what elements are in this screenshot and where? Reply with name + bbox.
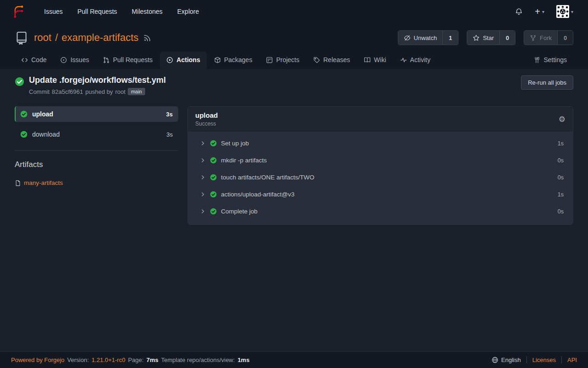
repo-tabs: Code Issues Pull Requests Actions Packag… [15,52,573,69]
language-selector[interactable]: English [492,356,526,363]
sidebar-divider [15,150,178,151]
jobs-sidebar: upload 3s download 3s Artifacts many-art… [15,106,178,225]
job-options-gear-icon[interactable]: ⚙ [559,115,565,124]
tab-projects[interactable]: Projects [260,52,306,69]
watch-button-group: Unwatch 1 [398,30,459,45]
rss-icon[interactable] [143,34,151,42]
api-link[interactable]: API [561,356,577,363]
user-menu-dropdown[interactable]: ▾ [553,2,577,21]
job-detail-status: Success [195,121,218,127]
job-detail-title: upload [195,111,218,119]
job-name: download [32,131,60,138]
job-name: upload [32,110,53,118]
step-success-check-icon [210,191,217,198]
repo-name-link[interactable]: example-artifacts [62,32,139,44]
repo-breadcrumb: root / example-artifacts [34,32,139,44]
job-detail-header: upload Success ⚙ [188,107,573,132]
step-success-check-icon [210,157,217,164]
create-new-dropdown[interactable]: + ▾ [531,5,548,18]
stars-count[interactable]: 0 [499,31,515,45]
repository-icon [15,31,28,45]
star-button[interactable]: Star [467,31,499,45]
page-footer: Powered by Forgejo Version: 1.21.0+1-rc0… [0,351,588,368]
nav-link-issues[interactable]: Issues [38,4,69,19]
commit-author[interactable]: root [115,88,125,95]
job-duration: 3s [166,131,173,138]
step-duration: 1s [558,191,564,198]
fork-button-group: Fork 0 [524,30,573,45]
page-time-value: 7ms [147,356,158,363]
version-link[interactable]: 1.21.0+1-rc0 [91,356,125,363]
eye-slash-icon [404,34,411,41]
step-name: actions/upload-artifact@v3 [221,191,294,198]
artifact-download-link[interactable]: many-artifacts [24,179,63,186]
nav-link-pull-requests[interactable]: Pull Requests [71,4,123,19]
book-open-icon [364,57,371,63]
star-icon [473,34,480,41]
issue-icon [60,57,67,63]
step-duration: 0s [558,174,564,181]
tab-releases[interactable]: Releases [307,52,356,69]
globe-icon [492,356,498,363]
licenses-link[interactable]: Licenses [526,356,561,363]
step-row[interactable]: touch artifacts/ONE artifacts/TWO 0s [188,169,573,186]
user-avatar [556,5,569,18]
tab-actions[interactable]: Actions [160,52,206,69]
tab-activity[interactable]: Activity [394,52,437,69]
nav-link-explore[interactable]: Explore [171,4,205,19]
step-success-check-icon [210,174,217,181]
fork-icon [530,34,537,41]
job-success-check-icon [20,131,28,138]
pulse-icon [400,57,407,63]
job-item-upload[interactable]: upload 3s [15,106,178,122]
star-button-group: Star 0 [467,30,515,45]
fork-button[interactable]: Fork [524,31,557,45]
job-item-download[interactable]: download 3s [15,126,178,142]
top-navbar: Issues Pull Requests Milestones Explore … [0,0,588,23]
tab-packages[interactable]: Packages [208,52,259,69]
chevron-right-icon [200,191,206,197]
tab-code[interactable]: Code [15,52,53,69]
run-title: Update .forgejo/workflows/test.yml [29,75,166,85]
artifacts-heading: Artifacts [15,160,178,169]
notifications-bell-icon[interactable] [511,5,526,18]
tab-pull-requests[interactable]: Pull Requests [96,52,159,69]
step-name: Set up job [221,140,249,147]
chevron-right-icon [200,157,206,163]
watchers-count[interactable]: 1 [442,31,458,45]
nav-link-milestones[interactable]: Milestones [125,4,169,19]
step-duration: 0s [558,157,564,164]
unwatch-button[interactable]: Unwatch [398,31,443,45]
actions-play-icon [166,57,173,63]
tab-issues[interactable]: Issues [54,52,95,69]
step-row[interactable]: actions/upload-artifact@v3 1s [188,186,573,203]
repo-header: root / example-artifacts Unwatch 1 [0,23,588,69]
actions-run-view: Update .forgejo/workflows/test.yml Commi… [0,69,588,351]
step-duration: 1s [558,140,564,147]
tab-wiki[interactable]: Wiki [357,52,392,69]
chevron-down-icon: ▾ [542,9,544,14]
step-row[interactable]: Complete job 0s [188,203,573,220]
step-name: Complete job [221,208,258,215]
chevron-right-icon [200,174,206,180]
step-row[interactable]: mkdir -p artifacts 0s [188,152,573,169]
step-name: mkdir -p artifacts [221,157,267,164]
repo-owner-link[interactable]: root [34,32,51,44]
commit-hash[interactable]: 82a5cf6961 [52,88,83,95]
artifact-item: many-artifacts [15,179,178,186]
navbar-right: + ▾ [511,2,577,21]
tab-settings[interactable]: Settings [527,52,573,69]
branch-badge[interactable]: main [128,88,145,95]
job-detail-panel: upload Success ⚙ Set up job 1s mkdir -p … [187,106,573,225]
chevron-down-icon: ▾ [571,9,573,14]
run-commit-line: Commit 82a5cf6961 pushed by root main [29,88,166,95]
forks-count[interactable]: 0 [557,31,573,45]
rerun-all-jobs-button[interactable]: Re-run all jobs [521,75,573,90]
step-name: touch artifacts/ONE artifacts/TWO [221,174,314,181]
run-success-check-icon [15,77,24,95]
powered-by-forgejo-link[interactable]: Powered by Forgejo [11,356,64,363]
step-row[interactable]: Set up job 1s [188,135,573,152]
file-icon [15,180,21,186]
breadcrumb-slash: / [55,32,58,44]
forgejo-logo-icon[interactable] [11,4,26,19]
